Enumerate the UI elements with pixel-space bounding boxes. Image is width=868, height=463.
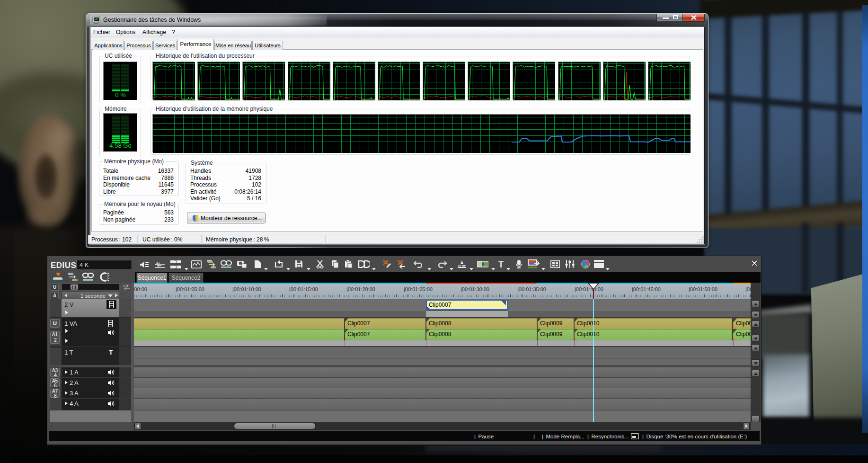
svg-text:4,58 Go: 4,58 Go (109, 142, 131, 149)
svg-text:0 %: 0 % (115, 91, 126, 98)
